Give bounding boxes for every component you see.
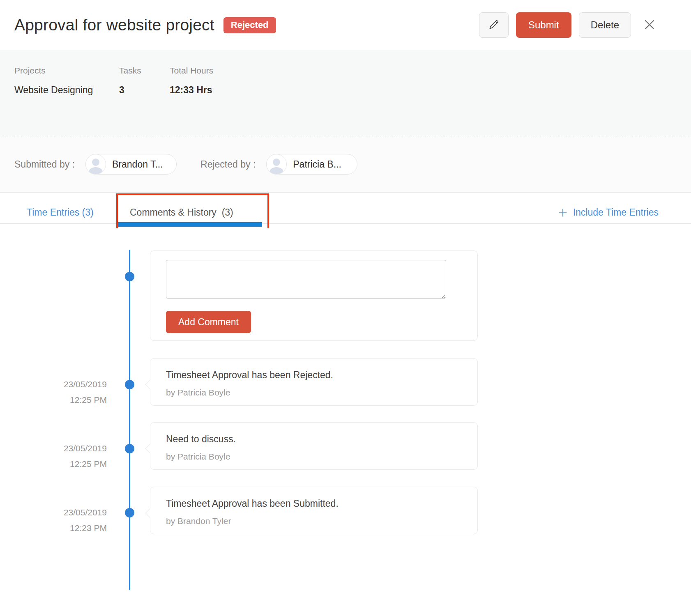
entry-message: Need to discuss. — [166, 433, 462, 445]
comments-history-panel: Add Comment 23/05/2019 12:25 PM Timeshee… — [0, 228, 691, 616]
tasks-column: Tasks 3 — [119, 66, 170, 136]
projects-column: Projects Website Designing — [14, 66, 119, 136]
timeline-line — [129, 250, 130, 590]
header-actions: Submit Delete — [479, 12, 657, 38]
active-tab-underline — [118, 222, 262, 227]
entry-author: by Patricia Boyle — [166, 388, 462, 398]
entry-date: 23/05/2019 — [41, 507, 107, 518]
entry-author: by Brandon Tyler — [166, 516, 462, 526]
close-icon — [643, 18, 656, 33]
submitted-by-chip[interactable]: Brandon T... — [85, 154, 177, 175]
delete-button[interactable]: Delete — [579, 12, 631, 38]
entry-datetime: 23/05/2019 12:23 PM — [41, 507, 107, 533]
timeline-dot — [125, 444, 134, 453]
entry-datetime: 23/05/2019 12:25 PM — [41, 443, 107, 469]
entry-time: 12:25 PM — [41, 459, 107, 469]
tasks-count: 3 — [119, 85, 170, 96]
tab-comments-history[interactable]: Comments & History (3) — [130, 207, 233, 218]
tab-bar: Time Entries (3) Comments & History (3) … — [0, 193, 691, 228]
timeline-dot — [125, 508, 134, 517]
entry-message: Timesheet Approval has been Rejected. — [166, 369, 462, 381]
entry-author: by Patricia Boyle — [166, 452, 462, 462]
entry-time: 12:23 PM — [41, 523, 107, 533]
projects-label: Projects — [14, 66, 119, 76]
rejected-by-name: Patricia B... — [293, 159, 341, 170]
entry-time: 12:25 PM — [41, 395, 107, 405]
entry-date: 23/05/2019 — [41, 379, 107, 390]
summary-band: Projects Website Designing Tasks 3 Total… — [0, 50, 691, 136]
page-title: Approval for website project — [14, 16, 214, 34]
entry-datetime: 23/05/2019 12:25 PM — [41, 379, 107, 405]
timeline-dot — [125, 272, 134, 281]
rejected-by-label: Rejected by : — [200, 159, 256, 170]
status-badge: Rejected — [223, 17, 276, 33]
project-name: Website Designing — [14, 85, 119, 96]
entry-message: Timesheet Approval has been Submitted. — [166, 498, 462, 509]
people-band: Submitted by : Brandon T... Rejected by … — [0, 136, 691, 193]
add-comment-button[interactable]: Add Comment — [166, 311, 251, 333]
include-time-entries-link[interactable]: Include Time Entries — [557, 207, 659, 218]
submitted-by-name: Brandon T... — [112, 159, 163, 170]
header: Approval for website project Rejected Su… — [0, 0, 691, 50]
submitted-by-label: Submitted by : — [14, 159, 75, 170]
total-hours-label: Total Hours — [170, 66, 213, 76]
avatar — [85, 154, 106, 175]
close-button[interactable] — [642, 17, 657, 33]
submit-button[interactable]: Submit — [516, 12, 571, 38]
entry-date: 23/05/2019 — [41, 443, 107, 454]
tasks-label: Tasks — [119, 66, 170, 76]
pencil-icon — [488, 18, 500, 32]
total-hours-value: 12:33 Hrs — [170, 85, 213, 96]
edit-button[interactable] — [479, 12, 509, 38]
include-time-entries-label: Include Time Entries — [573, 207, 659, 218]
history-entry-card: Timesheet Approval has been Submitted. b… — [150, 487, 478, 534]
add-comment-card: Add Comment — [150, 251, 478, 341]
history-entry-card: Timesheet Approval has been Rejected. by… — [150, 358, 478, 406]
tab-bar-divider — [0, 223, 691, 224]
rejected-by-chip[interactable]: Patricia B... — [266, 154, 357, 175]
avatar — [266, 154, 287, 175]
tab-time-entries[interactable]: Time Entries (3) — [27, 207, 94, 218]
total-hours-column: Total Hours 12:33 Hrs — [170, 66, 213, 136]
comment-input[interactable] — [166, 260, 446, 299]
plus-icon — [557, 207, 568, 218]
timeline-dot — [125, 380, 134, 389]
history-entry-card: Need to discuss. by Patricia Boyle — [150, 422, 478, 470]
